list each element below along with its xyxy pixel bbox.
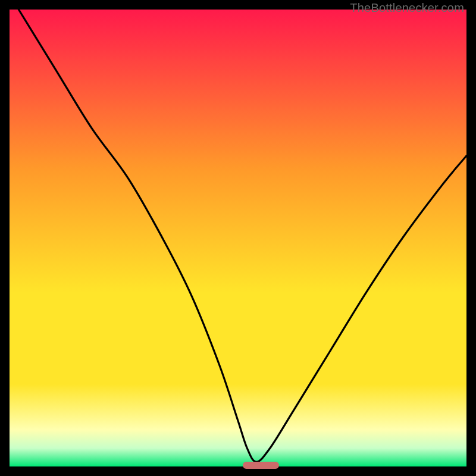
chart-canvas: TheBottlenecker.com <box>0 0 476 476</box>
watermark-label: TheBottlenecker.com <box>350 1 464 15</box>
svg-rect-0 <box>10 10 466 466</box>
optimal-range-marker <box>243 462 279 469</box>
plot-area <box>10 10 466 466</box>
heat-gradient-background <box>10 10 466 466</box>
